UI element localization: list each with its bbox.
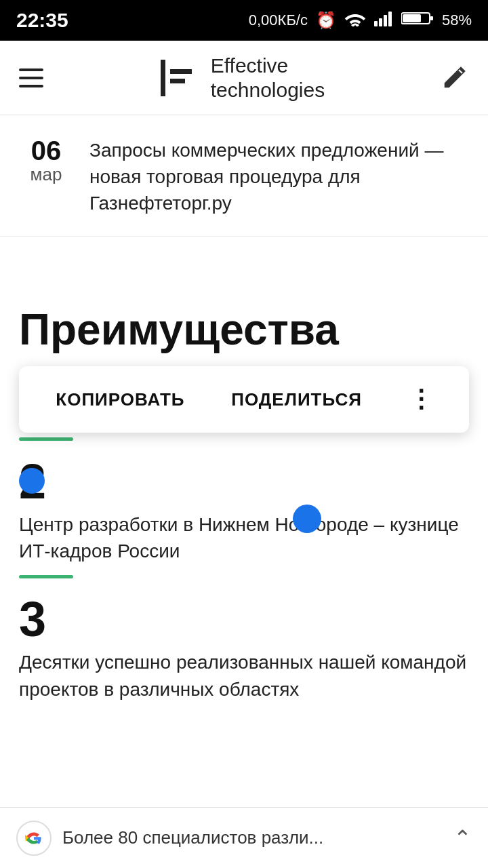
advantage-divider-2 xyxy=(19,575,73,578)
svg-rect-9 xyxy=(170,79,185,83)
app-header: Effective technologies xyxy=(0,41,488,115)
news-title[interactable]: Запросы коммерческих предложений — новая… xyxy=(89,137,469,217)
edit-button[interactable] xyxy=(442,63,469,93)
status-right-icons: 0,00КБ/с ⏰ 58% xyxy=(249,10,472,31)
copy-button[interactable]: КОПИРОВАТЬ xyxy=(56,389,184,410)
svg-rect-0 xyxy=(374,21,378,26)
menu-button[interactable] xyxy=(19,68,43,87)
news-day: 06 xyxy=(19,137,73,164)
context-menu[interactable]: КОПИРОВАТЬ ПОДЕЛИТЬСЯ ⋮ xyxy=(19,366,469,433)
advantage-number-3: 3 xyxy=(19,595,469,644)
advantage-number-2: 2 xyxy=(19,457,469,506)
news-item: 06 мар Запросы коммерческих предложений … xyxy=(0,115,488,237)
svg-rect-6 xyxy=(430,16,433,20)
svg-rect-7 xyxy=(161,60,165,96)
svg-rect-3 xyxy=(388,12,392,26)
status-time: 22:35 xyxy=(16,9,68,32)
bottom-search-text[interactable]: Более 80 специалистов разли... xyxy=(62,827,443,848)
news-date: 06 мар xyxy=(19,137,73,217)
google-logo xyxy=(16,821,52,856)
battery-text: 58% xyxy=(442,12,472,29)
advantage-divider-1 xyxy=(19,437,73,441)
selection-handle-left[interactable] xyxy=(19,468,45,494)
advantage-item-3: 3 Десятки успешно реализованных нашей ко… xyxy=(19,595,469,702)
main-content: Преимущества Более 80 специалистов разли… xyxy=(0,277,488,797)
svg-rect-5 xyxy=(403,14,421,22)
advantage-item-2: 2 Центр разработки в Нижнем Новгороде – … xyxy=(19,457,469,578)
signal-bars-icon xyxy=(374,10,393,31)
expand-button[interactable]: ⌃ xyxy=(453,825,472,851)
status-bar: 22:35 0,00КБ/с ⏰ 58% xyxy=(0,0,488,41)
advantage-text-3: Десятки успешно реализованных нашей кома… xyxy=(19,649,469,702)
logo: Effective technologies xyxy=(161,54,325,102)
advantage-text-2: Центр разработки в Нижнем Новгороде – ку… xyxy=(19,511,469,564)
svg-rect-8 xyxy=(170,69,192,74)
svg-rect-2 xyxy=(384,15,387,26)
more-options-button[interactable]: ⋮ xyxy=(409,385,432,414)
bottom-bar: Более 80 специалистов разли... ⌃ xyxy=(0,807,488,868)
logo-line1: Effective xyxy=(211,54,325,78)
section-title: Преимущества xyxy=(19,304,469,355)
selection-handle-right[interactable] xyxy=(293,505,321,533)
alarm-icon: ⏰ xyxy=(316,11,336,30)
signal-text: 0,00КБ/с xyxy=(249,12,308,29)
battery-icon xyxy=(401,10,434,31)
logo-text: Effective technologies xyxy=(211,54,325,102)
wifi-icon xyxy=(344,10,366,31)
logo-symbol xyxy=(161,60,201,96)
share-button[interactable]: ПОДЕЛИТЬСЯ xyxy=(231,389,362,410)
news-month: мар xyxy=(19,164,73,185)
logo-line2: technologies xyxy=(211,78,325,102)
svg-rect-1 xyxy=(379,18,382,26)
